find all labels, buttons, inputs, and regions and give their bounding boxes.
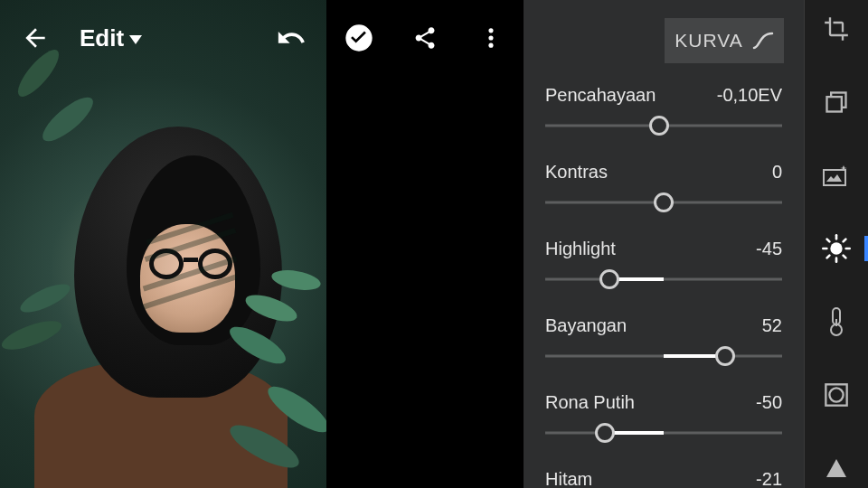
undo-button[interactable] — [272, 19, 310, 57]
slider-thumb[interactable] — [599, 269, 619, 289]
tool-detail[interactable] — [805, 449, 868, 488]
svg-line-13 — [844, 256, 846, 258]
light-icon — [822, 234, 851, 263]
slider-pencahayaan: Pencahayaan-0,10EV — [545, 85, 782, 136]
right-toolbar — [804, 0, 868, 488]
undo-icon — [276, 23, 307, 53]
presets-icon — [823, 164, 850, 187]
slider-hitam: Hitam-21 — [545, 469, 782, 488]
slider-value: 52 — [762, 315, 782, 336]
slider-thumb[interactable] — [649, 116, 669, 136]
tool-versions[interactable] — [805, 82, 868, 121]
caret-down-icon — [129, 35, 142, 44]
slider-label: Bayangan — [545, 315, 627, 336]
more-button[interactable] — [472, 19, 510, 57]
check-circle-icon — [344, 23, 373, 52]
slider-value: -0,10EV — [717, 85, 782, 106]
slider-value: -45 — [756, 239, 782, 259]
slider-highlight: Highlight-45 — [545, 239, 782, 290]
svg-line-14 — [827, 256, 830, 258]
svg-point-3 — [488, 43, 493, 48]
slider-value: -50 — [756, 392, 782, 413]
svg-line-12 — [827, 239, 830, 242]
curve-label: KURVA — [675, 30, 742, 52]
more-vert-icon — [478, 25, 504, 51]
tool-crop[interactable] — [805, 9, 868, 48]
photo-preview[interactable]: Edit — [0, 0, 326, 488]
slider-rona-putih: Rona Putih-50 — [545, 392, 782, 444]
slider-kontras: Kontras0 — [545, 162, 782, 213]
slider-label: Highlight — [545, 239, 616, 259]
tool-effects[interactable] — [805, 376, 868, 415]
slider-label: Pencahayaan — [545, 85, 656, 106]
svg-rect-5 — [827, 97, 842, 111]
svg-rect-6 — [824, 170, 845, 185]
tool-light[interactable] — [805, 229, 868, 267]
canvas-gap — [326, 0, 524, 488]
vignette-icon — [824, 382, 849, 408]
slider-track[interactable] — [545, 192, 782, 213]
confirm-button[interactable] — [340, 19, 378, 57]
share-button[interactable] — [406, 19, 444, 57]
svg-point-7 — [830, 242, 842, 254]
light-panel: KURVA Pencahayaan-0,10EVKontras0Highligh… — [524, 0, 804, 488]
curve-button[interactable]: KURVA — [665, 18, 784, 63]
tool-presets[interactable] — [805, 155, 868, 194]
slider-thumb[interactable] — [595, 423, 615, 443]
svg-point-2 — [488, 35, 493, 40]
slider-thumb[interactable] — [654, 192, 674, 212]
crop-icon — [824, 16, 849, 42]
arrow-left-icon — [21, 23, 50, 52]
tool-color[interactable] — [805, 303, 868, 342]
slider-track[interactable] — [545, 345, 782, 367]
slider-value: 0 — [772, 162, 782, 183]
slider-label: Kontras — [545, 162, 608, 183]
svg-point-1 — [488, 28, 493, 33]
color-temp-icon — [826, 306, 847, 337]
svg-line-15 — [844, 239, 846, 242]
share-icon — [412, 25, 438, 51]
back-button[interactable] — [16, 19, 54, 57]
slider-label: Hitam — [545, 469, 592, 488]
versions-icon — [824, 89, 849, 115]
svg-point-20 — [829, 389, 843, 402]
slider-track[interactable] — [545, 422, 782, 444]
slider-bayangan: Bayangan52 — [545, 315, 782, 367]
edit-mode-dropdown[interactable]: Edit — [80, 24, 142, 52]
slider-label: Rona Putih — [545, 392, 635, 413]
slider-track[interactable] — [545, 115, 782, 136]
curve-icon — [752, 32, 774, 50]
triangle-icon — [825, 457, 848, 479]
slider-track[interactable] — [545, 268, 782, 290]
slider-value: -21 — [756, 469, 782, 488]
slider-thumb[interactable] — [715, 346, 735, 366]
edit-label-text: Edit — [80, 24, 124, 52]
